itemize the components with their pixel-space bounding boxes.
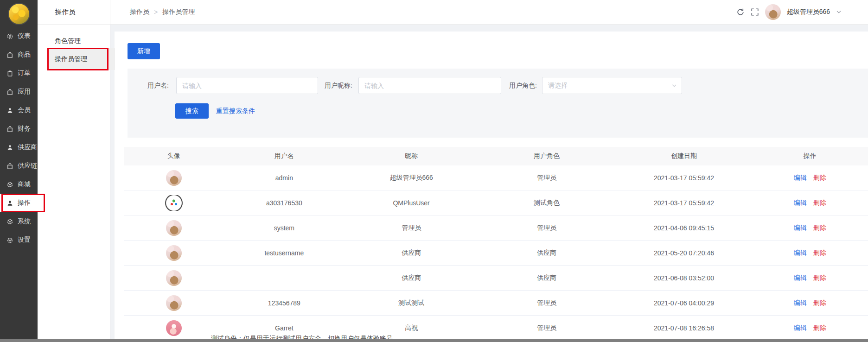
reset-search-link[interactable]: 重置搜索条件	[216, 103, 255, 119]
sidebar-item-label: 仪表	[18, 32, 31, 40]
sidebar-item-goods[interactable]: 商品	[0, 45, 38, 64]
refresh-icon[interactable]	[736, 8, 745, 16]
cell-username: system	[223, 224, 345, 232]
sidebar-item-label: 设置	[18, 236, 31, 244]
cell-nickname: 超级管理员666	[345, 174, 478, 182]
delete-link[interactable]: 删除	[813, 299, 826, 306]
sidebar-item-label: 商品	[18, 51, 31, 59]
sidebar-item-apps[interactable]: 应用	[0, 82, 38, 101]
nickname-input[interactable]	[358, 77, 501, 94]
bag-icon	[6, 163, 13, 170]
gear-icon	[6, 218, 13, 225]
submenu-panel: 操作员 角色管理 操作员管理	[38, 0, 110, 342]
delete-link[interactable]: 删除	[813, 324, 826, 331]
add-button[interactable]: 新增	[128, 43, 160, 59]
table-row: a303176530 QMPlusUser 测试角色 2021-03-17 05…	[124, 190, 868, 215]
column-header-username: 用户名	[223, 152, 345, 160]
bag-icon	[6, 126, 13, 133]
submenu-item-role-management[interactable]: 角色管理	[38, 31, 110, 51]
breadcrumb-item-operator[interactable]: 操作员	[130, 8, 149, 16]
sidebar-item-supply-chain[interactable]: 供应链	[0, 157, 38, 175]
edit-link[interactable]: 编辑	[794, 199, 807, 206]
row-avatar	[166, 245, 182, 261]
sidebar-item-finance[interactable]: 财务	[0, 120, 38, 138]
row-avatar	[166, 195, 182, 211]
breadcrumb-separator: >	[154, 8, 158, 16]
cell-created: 2021-05-20 07:20:46	[616, 249, 752, 257]
edit-link[interactable]: 编辑	[794, 174, 807, 181]
sidebar-item-mall[interactable]: 商城	[0, 175, 38, 194]
cell-nickname: 高祝	[345, 324, 478, 332]
delete-link[interactable]: 删除	[813, 174, 826, 181]
cell-role: 供应商	[478, 249, 616, 257]
operators-table: 头像 用户名 昵称 用户角色 创建日期 操作 admin 超级管理员666 管理…	[124, 147, 868, 341]
fullscreen-icon[interactable]	[751, 8, 759, 16]
edit-link[interactable]: 编辑	[794, 249, 807, 256]
edit-link[interactable]: 编辑	[794, 274, 807, 281]
topbar: 操作员 > 操作员管理 超级管理员666	[110, 0, 868, 25]
edit-link[interactable]: 编辑	[794, 324, 807, 331]
gauge-icon	[6, 33, 13, 40]
cell-username: a303176530	[223, 199, 345, 207]
cell-nickname: 管理员	[345, 224, 478, 232]
sidebar-item-label: 应用	[18, 88, 31, 96]
clipboard-icon	[6, 70, 13, 77]
cell-created: 2021-07-08 16:26:58	[616, 324, 752, 332]
sidebar-item-label: 会员	[18, 106, 31, 114]
role-label: 用户角色:	[509, 77, 537, 94]
cell-role: 管理员	[478, 324, 616, 332]
window-bottom-edge	[0, 339, 868, 342]
topbar-actions: 超级管理员666	[736, 0, 842, 24]
delete-link[interactable]: 删除	[813, 199, 826, 206]
submenu-item-operator-management[interactable]: 操作员管理	[48, 48, 115, 70]
row-avatar	[166, 320, 182, 336]
sidebar-item-dashboard[interactable]: 仪表	[0, 27, 38, 45]
gear-icon	[6, 237, 13, 244]
delete-link[interactable]: 删除	[813, 224, 826, 231]
user-avatar[interactable]	[765, 4, 781, 20]
row-avatar	[166, 170, 182, 186]
main-sidebar: 仪表 商品 订单 应用 会员 财务	[0, 0, 38, 342]
delete-link[interactable]: 删除	[813, 274, 826, 281]
sidebar-item-label: 订单	[18, 69, 31, 77]
role-select[interactable]: 请选择	[542, 77, 682, 94]
cell-nickname: QMPlusUser	[345, 199, 478, 207]
bag-icon	[6, 51, 13, 58]
sidebar-item-label: 供应商	[18, 143, 37, 152]
row-avatar	[166, 220, 182, 236]
sidebar-item-label: 财务	[18, 125, 31, 133]
column-header-role: 用户角色	[478, 152, 616, 160]
breadcrumb: 操作员 > 操作员管理	[130, 0, 195, 24]
role-select-placeholder: 请选择	[548, 82, 568, 90]
sidebar-item-label: 商城	[18, 180, 31, 189]
app-logo	[9, 4, 29, 24]
chevron-down-icon[interactable]	[836, 9, 842, 15]
cell-created: 2021-07-06 04:00:29	[616, 299, 752, 307]
edit-link[interactable]: 编辑	[794, 224, 807, 231]
table-row: 供应商 供应商 2021-06-08 03:52:00 编辑删除	[124, 266, 868, 291]
cell-created: 2021-04-06 09:45:15	[616, 224, 752, 232]
delete-link[interactable]: 删除	[813, 249, 826, 256]
content-card: 新增 用户名: 用户昵称: 用户角色: 请选择 搜索 重置搜索条件 头像 用户名…	[115, 32, 868, 339]
chevron-down-icon	[671, 83, 677, 89]
column-header-actions: 操作	[752, 152, 868, 160]
user-name[interactable]: 超级管理员666	[787, 8, 830, 16]
edit-link[interactable]: 编辑	[794, 299, 807, 306]
username-input[interactable]	[176, 77, 318, 94]
sidebar-item-orders[interactable]: 订单	[0, 64, 38, 82]
sidebar-item-system[interactable]: 系统	[0, 212, 38, 231]
sidebar-item-settings[interactable]: 设置	[0, 231, 38, 249]
username-label: 用户名:	[147, 77, 169, 94]
cell-username: 123456789	[223, 299, 345, 307]
app-window: 仪表 商品 订单 应用 会员 财务	[0, 0, 868, 342]
main-nav: 仪表 商品 订单 应用 会员 财务	[0, 27, 38, 249]
sidebar-item-suppliers[interactable]: 供应商	[0, 138, 38, 157]
user-icon	[6, 200, 13, 207]
cell-created: 2021-03-17 05:59:42	[616, 174, 752, 182]
sidebar-item-operations[interactable]: 操作	[0, 194, 38, 212]
table-row: testusername 供应商 供应商 2021-05-20 07:20:46…	[124, 241, 868, 266]
search-button[interactable]: 搜索	[175, 103, 209, 119]
column-header-nickname: 昵称	[345, 152, 478, 160]
cell-nickname: 测试测试	[345, 299, 478, 307]
sidebar-item-members[interactable]: 会员	[0, 101, 38, 120]
